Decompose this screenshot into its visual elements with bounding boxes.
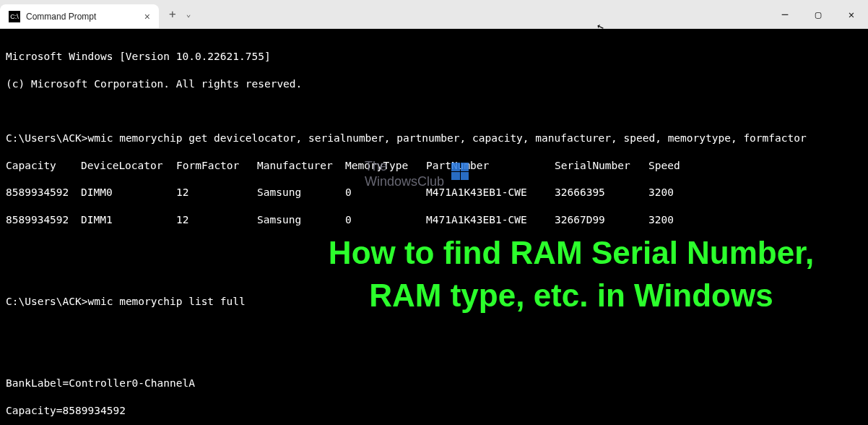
close-button[interactable]: ✕	[835, 0, 868, 28]
terminal-output[interactable]: Microsoft Windows [Version 10.0.22621.75…	[0, 29, 868, 425]
maximize-button[interactable]: ▢	[802, 0, 835, 28]
tab-dropdown-icon[interactable]: ⌄	[186, 9, 191, 19]
overlay-headline: How to find RAM Serial Number, RAM type,…	[296, 231, 846, 317]
col-header: Manufacturer	[257, 159, 345, 173]
command-line-1: C:\Users\ACK>wmic memorychip get devicel…	[6, 132, 862, 145]
tab-actions: + ⌄	[159, 0, 201, 28]
version-line: Microsoft Windows [Version 10.0.22621.75…	[6, 50, 862, 64]
titlebar: C:\ Command Prompt × + ⌄ ─ ▢ ✕	[0, 0, 868, 29]
list-line: Capacity=8589934592	[6, 404, 862, 418]
watermark-text: WindowsClub	[365, 174, 444, 189]
list-line: BankLabel=Controller0-ChannelA	[6, 377, 862, 390]
col-header: SerialNumber	[555, 159, 648, 173]
col-header: FormFactor	[176, 159, 257, 173]
col-header: DeviceLocator	[81, 159, 176, 173]
tab-command-prompt[interactable]: C:\ Command Prompt ×	[0, 4, 159, 28]
col-header: Speed	[648, 159, 680, 173]
tab-title: Command Prompt	[26, 12, 139, 22]
cmd-icon: C:\	[9, 11, 20, 22]
window-controls: ─ ▢ ✕	[768, 0, 868, 28]
minimize-button[interactable]: ─	[768, 0, 802, 28]
col-header: Capacity	[6, 159, 81, 173]
close-tab-icon[interactable]: ×	[144, 11, 150, 22]
new-tab-button[interactable]: +	[169, 7, 176, 21]
windows-logo-icon	[451, 163, 469, 180]
watermark: The WindowsClub	[365, 159, 469, 189]
watermark-text: The	[365, 159, 444, 174]
copyright-line: (c) Microsoft Corporation. All rights re…	[6, 77, 862, 91]
table-row: 8589934592 DIMM1 12 Samsung 0 M471A1K43E…	[6, 213, 862, 227]
